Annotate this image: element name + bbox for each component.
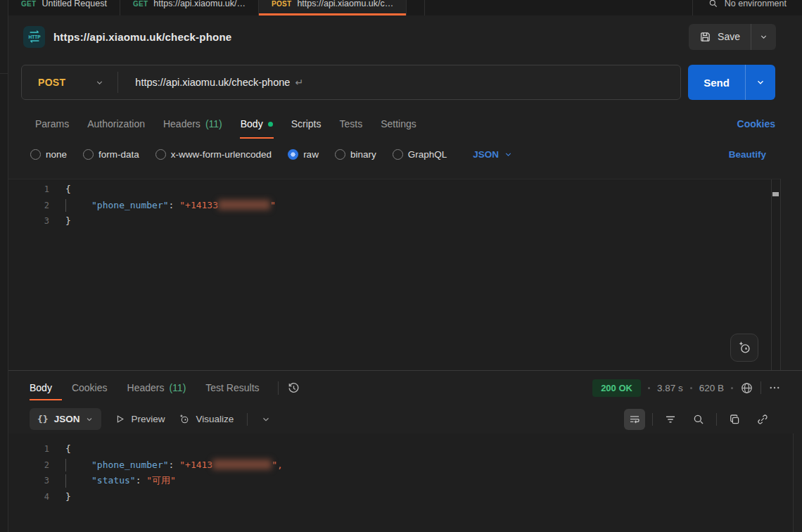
radio-x-www-form-urlencoded[interactable]: x-www-form-urlencoded (155, 149, 272, 160)
send-button[interactable]: Send (688, 65, 745, 100)
code-line: 2 "phone_number": "+1413", (8, 457, 793, 474)
code-line: 3 } (8, 213, 780, 229)
body-modified-dot (268, 122, 273, 127)
tab-authorization[interactable]: Authorization (78, 109, 154, 139)
braces-icon: {} (37, 414, 49, 424)
search-icon (708, 0, 718, 8)
code-line: 2 "phone_number": "+14133" (8, 198, 780, 214)
response-tabs-row: Body Cookies Headers (11) Test Results 2… (8, 371, 802, 405)
tab-params[interactable]: Params (26, 109, 78, 139)
status-badge[interactable]: 200 OK (592, 379, 641, 397)
dot-separator (648, 387, 650, 389)
chevron-down-icon (85, 415, 94, 424)
indent-guide (65, 459, 66, 472)
tab-tests[interactable]: Tests (330, 109, 371, 139)
response-tab-headers[interactable]: Headers (11) (117, 371, 196, 405)
dot-separator (690, 387, 692, 389)
response-headers-count: (11) (169, 382, 186, 393)
radio-none[interactable]: none (30, 149, 67, 160)
divider (760, 381, 761, 394)
method-caret-icon[interactable] (95, 78, 104, 87)
response-time[interactable]: 3.87 s (657, 383, 683, 393)
response-meta: 200 OK 3.87 s 620 B (592, 371, 781, 405)
copy-icon[interactable] (724, 409, 745, 430)
request-body-editor[interactable]: 1 { 2 "phone_number": "+14133" 3 } (8, 179, 781, 370)
visualize-options-caret[interactable] (261, 414, 271, 424)
request-body-code: 1 { 2 "phone_number": "+14133" 3 } (8, 179, 780, 229)
tab-label: https://api.xiaomu.uk/c… (297, 0, 393, 8)
editor-scrollbar-thumb[interactable] (772, 192, 779, 196)
send-options-caret[interactable] (746, 65, 775, 100)
network-globe-icon[interactable] (740, 381, 753, 395)
response-history-icon[interactable] (287, 371, 300, 405)
request-title-row: HTTP https://api.xiaomu.uk/check-phone S… (8, 15, 802, 58)
tab-body[interactable]: Body (231, 109, 282, 139)
radio-raw-selected[interactable]: raw (288, 149, 319, 160)
dot-separator (731, 387, 733, 389)
save-options-caret[interactable] (751, 24, 776, 50)
search-in-response-icon[interactable] (688, 409, 709, 430)
more-options-icon[interactable] (768, 381, 781, 394)
redacted-phone-digits (212, 460, 272, 469)
method-selector[interactable]: POST (22, 77, 65, 88)
filter-icon[interactable] (660, 409, 681, 430)
postbot-ai-button[interactable] (730, 334, 758, 362)
method-badge-get: GET (133, 0, 148, 8)
url-input[interactable]: https://api.xiaomu.uk/check-phone (118, 77, 290, 88)
url-row: POST https://api.xiaomu.uk/check-phone ↵… (21, 65, 775, 100)
environment-selector[interactable]: No environment (692, 0, 802, 15)
cookies-link[interactable]: Cookies (737, 109, 775, 139)
response-section: Body Cookies Headers (11) Test Results 2… (8, 370, 802, 532)
response-tab-test-results[interactable]: Test Results (196, 371, 269, 405)
radio-binary[interactable]: binary (335, 149, 376, 160)
request-tab-1[interactable]: GET Untitled Request (8, 0, 120, 15)
radio-circle (155, 149, 166, 160)
radio-circle (30, 149, 41, 160)
divider (652, 413, 653, 426)
body-type-row: none form-data x-www-form-urlencoded raw… (8, 139, 802, 170)
code-line: 3 "status": "可用" (8, 473, 793, 489)
request-tab-3-active[interactable]: POST https://api.xiaomu.uk/c… (259, 0, 407, 15)
http-protocol-icon: HTTP (23, 26, 45, 48)
method-badge-get: GET (21, 0, 36, 8)
redacted-phone-digits (218, 200, 270, 210)
tab-label: Untitled Request (42, 0, 106, 8)
code-line: 1 { (8, 182, 780, 198)
tab-scripts[interactable]: Scripts (282, 109, 331, 139)
request-tab-2[interactable]: GET https://api.xiaomu.uk/… (120, 0, 259, 15)
request-config-tabs: Params Authorization Headers (11) Body S… (8, 109, 802, 139)
enter-key-glyph: ↵ (295, 77, 303, 88)
response-tab-cookies[interactable]: Cookies (62, 371, 117, 405)
response-action-icons (624, 409, 773, 430)
radio-graphql[interactable]: GraphQL (393, 149, 447, 160)
response-format-dropdown[interactable]: {} JSON (30, 408, 101, 430)
method-badge-post: POST (272, 0, 291, 8)
radio-circle (83, 149, 94, 160)
request-tab-strip: GET Untitled Request GET https://api.xia… (8, 0, 802, 15)
environment-label: No environment (725, 0, 787, 8)
wrap-text-icon[interactable] (624, 409, 645, 430)
response-body-viewer[interactable]: 1 { 2 "phone_number": "+1413", 3 "status… (8, 433, 794, 532)
divider (716, 413, 717, 426)
save-button[interactable]: Save (689, 24, 751, 50)
radio-circle (393, 149, 403, 160)
visualize-button[interactable]: Visualize (178, 413, 234, 425)
indent-guide (65, 474, 66, 488)
link-icon[interactable] (752, 409, 773, 430)
beautify-link[interactable]: Beautify (729, 149, 766, 160)
response-toolbar: {} JSON Preview Visualize (8, 405, 802, 433)
new-tab-button[interactable] (407, 0, 425, 15)
tab-headers[interactable]: Headers (11) (154, 109, 231, 139)
tab-label: https://api.xiaomu.uk/… (153, 0, 246, 8)
language-dropdown[interactable]: JSON (473, 149, 513, 160)
radio-form-data[interactable]: form-data (83, 149, 139, 160)
collapsed-sidebar[interactable] (0, 0, 8, 532)
radio-circle-selected (288, 149, 298, 160)
code-line: 4 } (8, 489, 793, 505)
preview-button[interactable]: Preview (115, 414, 165, 424)
sidebar-divider (0, 0, 8, 74)
indent-guide (65, 199, 66, 213)
tab-settings[interactable]: Settings (371, 109, 426, 139)
response-tab-body[interactable]: Body (30, 371, 62, 405)
response-size[interactable]: 620 B (699, 383, 724, 393)
